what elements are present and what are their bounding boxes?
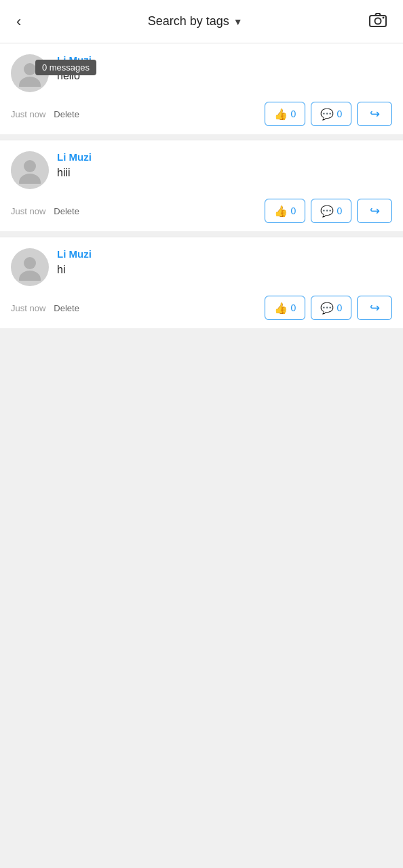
comment-count: 0 [337, 302, 343, 313]
avatar-wrap [11, 151, 49, 189]
svg-point-6 [19, 174, 41, 184]
post-card: Li Muzi hi Just now Delete 👍 0 💬 0 ↪ [0, 237, 403, 328]
svg-point-2 [382, 16, 384, 18]
post-header: Li Muzi hi [11, 248, 392, 286]
post-header: Li Muzi hiii [11, 151, 392, 189]
comment-icon: 💬 [320, 108, 334, 121]
avatar-wrap [11, 248, 49, 286]
share-button[interactable]: ↪ [357, 199, 392, 223]
action-buttons: 👍 0 💬 0 ↪ [265, 102, 392, 126]
svg-point-7 [24, 257, 36, 269]
share-icon: ↪ [370, 203, 380, 218]
post-author[interactable]: Li Muzi [57, 151, 392, 163]
avatar-icon [16, 254, 43, 281]
empty-space [0, 334, 403, 693]
post-content: hi [57, 262, 392, 277]
post-header: 0 messages Li Muzi hello [11, 54, 392, 92]
post-time: Just now [11, 303, 45, 313]
like-icon: 👍 [274, 108, 288, 121]
comment-button[interactable]: 💬 0 [311, 199, 351, 223]
svg-point-5 [24, 160, 36, 172]
posts-list: 0 messages Li Muzi hello Just now Delete… [0, 43, 403, 328]
svg-point-3 [24, 63, 36, 75]
back-button[interactable]: ‹ [11, 7, 26, 36]
post-meta: Li Muzi hi [57, 248, 392, 277]
avatar-wrap: 0 messages [11, 54, 49, 92]
action-buttons: 👍 0 💬 0 ↪ [265, 199, 392, 223]
avatar [11, 248, 49, 286]
tooltip-badge: 0 messages [35, 60, 96, 75]
post-author[interactable]: Li Muzi [57, 248, 392, 260]
post-content: hiii [57, 165, 392, 180]
avatar-icon [16, 157, 43, 184]
share-icon: ↪ [370, 300, 380, 315]
delete-button[interactable]: Delete [54, 206, 79, 216]
svg-point-1 [375, 18, 381, 24]
camera-icon [369, 12, 387, 27]
delete-button[interactable]: Delete [54, 303, 79, 313]
share-icon: ↪ [370, 106, 380, 121]
like-button[interactable]: 👍 0 [265, 102, 305, 126]
svg-point-8 [19, 271, 41, 281]
post-footer: Just now Delete 👍 0 💬 0 ↪ [11, 199, 392, 223]
share-button[interactable]: ↪ [357, 102, 392, 126]
search-by-tags-button[interactable]: Search by tags ▼ [148, 14, 243, 28]
post-author[interactable]: Li Muzi [57, 54, 392, 66]
app-header: ‹ Search by tags ▼ [0, 0, 403, 43]
delete-button[interactable]: Delete [54, 109, 79, 119]
share-button[interactable]: ↪ [357, 296, 392, 320]
post-time: Just now [11, 109, 45, 119]
post-time: Just now [11, 206, 45, 216]
chevron-down-icon: ▼ [233, 16, 243, 27]
comment-button[interactable]: 💬 0 [311, 296, 351, 320]
post-meta: Li Muzi hello [57, 54, 392, 83]
like-count: 0 [291, 108, 296, 119]
action-buttons: 👍 0 💬 0 ↪ [265, 296, 392, 320]
like-button[interactable]: 👍 0 [265, 296, 305, 320]
post-footer: Just now Delete 👍 0 💬 0 ↪ [11, 296, 392, 320]
comment-icon: 💬 [320, 205, 334, 218]
header-title-text: Search by tags [148, 14, 229, 28]
svg-point-4 [19, 77, 41, 87]
like-count: 0 [291, 205, 296, 216]
post-footer: Just now Delete 👍 0 💬 0 ↪ [11, 102, 392, 126]
post-card: 0 messages Li Muzi hello Just now Delete… [0, 43, 403, 134]
post-meta: Li Muzi hiii [57, 151, 392, 180]
like-count: 0 [291, 302, 296, 313]
camera-button[interactable] [364, 7, 392, 37]
post-card: Li Muzi hiii Just now Delete 👍 0 💬 0 ↪ [0, 140, 403, 231]
comment-count: 0 [337, 108, 343, 119]
post-content: hello [57, 68, 392, 83]
comment-count: 0 [337, 205, 343, 216]
comment-button[interactable]: 💬 0 [311, 102, 351, 126]
like-icon: 👍 [274, 205, 288, 218]
comment-icon: 💬 [320, 302, 334, 315]
like-button[interactable]: 👍 0 [265, 199, 305, 223]
avatar [11, 151, 49, 189]
like-icon: 👍 [274, 302, 288, 315]
